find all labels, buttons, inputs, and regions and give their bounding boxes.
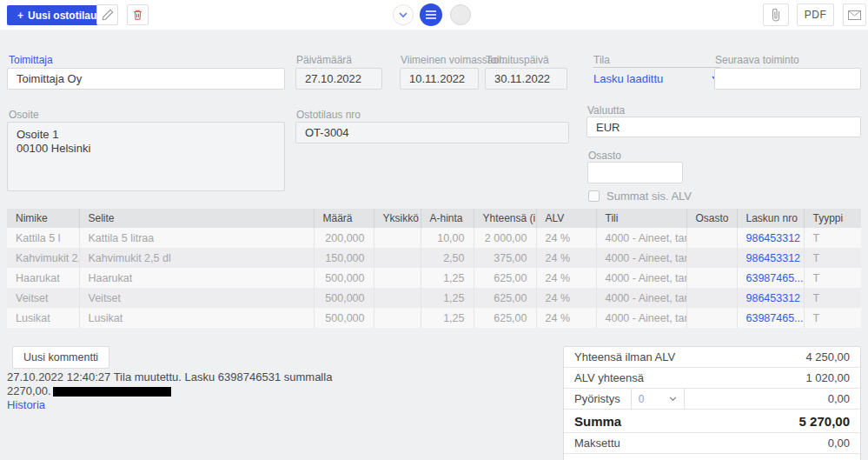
cell-maara: 200,000 — [314, 228, 374, 248]
status-select[interactable]: Lasku laadittu — [593, 67, 720, 90]
col-header-yksikko[interactable]: Yksikkö — [374, 209, 421, 228]
invoice-link[interactable]: 986453312 — [746, 232, 801, 244]
cell-yksikko — [374, 288, 421, 308]
cell-ahinta: 2,50 — [421, 248, 474, 268]
history-link[interactable]: Historia — [7, 398, 45, 411]
table-row[interactable]: Kattila 5 l Kattila 5 litraa 200,000 10,… — [7, 228, 861, 248]
sum-label: Summa — [574, 414, 621, 429]
delete-button[interactable] — [127, 4, 149, 25]
cell-alv: 24 % — [536, 268, 596, 288]
cell-tili: 4000 - Aineet, tarvil — [596, 228, 686, 248]
col-header-laskun-nro[interactable]: Laskun nro — [737, 209, 804, 228]
cell-alv: 24 % — [536, 308, 596, 328]
order-number-label: Ostotilaus nro — [296, 109, 361, 121]
delivery-date-field[interactable]: 30.11.2022 — [485, 68, 567, 90]
date-label: Päivämäärä — [296, 54, 352, 66]
status-label: Tila — [593, 54, 610, 66]
cell-selite: Haarukat — [79, 268, 314, 288]
trash-icon — [132, 9, 143, 21]
cell-laskun-nro: 986453312 — [737, 288, 804, 308]
new-comment-button[interactable]: Uusi kommentti — [12, 346, 109, 369]
cell-osasto — [686, 308, 737, 328]
collapse-header-button[interactable] — [393, 4, 414, 25]
chevron-down-icon — [399, 12, 407, 18]
rounding-select[interactable]: 0 — [631, 389, 685, 410]
order-form: Toimittaja Päivämäärä 27.10.2022 Viimein… — [0, 30, 868, 460]
edit-button[interactable] — [96, 4, 118, 25]
address-textarea[interactable]: Osoite 1 00100 Helsinki — [7, 122, 285, 191]
table-row[interactable]: Lusikat Lusikat 500,000 1,25 625,00 24 %… — [7, 308, 861, 328]
table-row[interactable]: Haarukat Haarukat 500,000 1,25 625,00 24… — [7, 268, 861, 288]
cell-yhteensa: 625,00 — [474, 308, 536, 328]
date-field[interactable]: 27.10.2022 — [295, 68, 382, 90]
invoice-link[interactable]: 986453312 — [746, 292, 801, 304]
order-number-field[interactable]: OT-3004 — [295, 122, 569, 143]
cell-yksikko — [374, 228, 421, 248]
cell-yhteensa: 2 000,00 — [474, 228, 536, 248]
chevron-down-icon — [669, 397, 677, 402]
totals-incl-vat-row[interactable]: Summat sis. ALV — [588, 190, 692, 203]
cell-laskun-nro: 986453312 — [737, 228, 804, 248]
col-header-tili[interactable]: Tili — [596, 209, 686, 228]
paid-row: Maksettu 0,00 — [564, 433, 860, 454]
table-header-row: Nimike Selite Määrä Yksikkö A-hinta Yhte… — [7, 209, 861, 228]
cell-selite: Kattila 5 litraa — [79, 228, 314, 248]
pdf-button-label: PDF — [805, 9, 827, 21]
send-email-button[interactable] — [843, 3, 866, 26]
cell-yksikko — [374, 308, 421, 328]
col-header-yhteensa[interactable]: Yhteensä (i... — [474, 209, 536, 228]
cell-yksikko — [374, 248, 421, 268]
totals-incl-vat-checkbox[interactable] — [588, 190, 600, 202]
col-header-selite[interactable]: Selite — [79, 209, 314, 228]
cell-alv: 24 % — [536, 288, 596, 308]
supplier-label[interactable]: Toimittaja — [9, 54, 53, 66]
invoice-link[interactable]: 63987465... — [746, 312, 804, 324]
total-excl-vat-value: 4 250,00 — [805, 350, 850, 363]
total-excl-vat-row: Yhteensä ilman ALV 4 250,00 — [564, 347, 860, 368]
invoice-link[interactable]: 986453312 — [746, 252, 801, 264]
status-indicator-circle[interactable] — [450, 4, 471, 25]
table-row[interactable]: Veitset Veitset 500,000 1,25 625,00 24 %… — [7, 288, 861, 308]
cell-tyyppi: T — [804, 308, 861, 328]
pdf-button[interactable]: PDF — [797, 3, 834, 26]
purchase-order-page: + Uusi ostotilaus — [0, 0, 868, 460]
department-input[interactable] — [587, 162, 683, 183]
cell-osasto — [686, 228, 737, 248]
totals-panel: Yhteensä ilman ALV 4 250,00 ALV yhteensä… — [563, 346, 861, 460]
next-action-input[interactable] — [714, 68, 861, 90]
cell-nimike: Kahvimukit 2,5 — [7, 248, 79, 268]
cell-nimike: Lusikat — [7, 308, 79, 328]
vat-total-label: ALV yhteensä — [574, 371, 644, 384]
col-header-alv[interactable]: ALV — [536, 209, 596, 228]
total-excl-vat-label: Yhteensä ilman ALV — [574, 350, 675, 363]
menu-icon — [426, 10, 436, 19]
cell-yhteensa: 625,00 — [474, 268, 536, 288]
cell-nimike: Veitset — [7, 288, 79, 308]
table-row[interactable]: Kahvimukit 2,5 Kahvimukit 2,5 dl 150,000… — [7, 248, 861, 268]
supplier-input[interactable] — [7, 68, 285, 90]
cell-nimike: Haarukat — [7, 268, 79, 288]
col-header-ahinta[interactable]: A-hinta — [421, 209, 474, 228]
cell-ahinta: 1,25 — [421, 268, 474, 288]
cell-maara: 500,000 — [314, 308, 374, 328]
status-value: Lasku laadittu — [593, 72, 663, 85]
cell-selite: Lusikat — [79, 308, 314, 328]
next-action-label: Seuraava toiminto — [715, 54, 799, 66]
cell-ahinta: 1,25 — [421, 308, 474, 328]
cell-ahinta: 1,25 — [421, 288, 474, 308]
col-header-osasto[interactable]: Osasto — [686, 209, 737, 228]
currency-input[interactable] — [586, 117, 861, 137]
sum-value: 5 270,00 — [799, 414, 850, 429]
invoice-link[interactable]: 63987465... — [746, 272, 804, 284]
col-header-nimike[interactable]: Nimike — [7, 209, 79, 228]
cell-maara: 500,000 — [314, 268, 374, 288]
col-header-maara[interactable]: Määrä — [314, 209, 374, 228]
attachments-button[interactable] — [763, 3, 789, 26]
toolbar: + Uusi ostotilaus — [0, 0, 868, 30]
valid-until-field[interactable]: 10.11.2022 — [400, 68, 479, 90]
currency-label: Valuutta — [587, 104, 625, 117]
cell-yksikko — [374, 268, 421, 288]
cell-yhteensa: 625,00 — [474, 288, 536, 308]
col-header-tyyppi[interactable]: Tyyppi — [804, 209, 861, 228]
menu-toggle-button[interactable] — [420, 3, 442, 26]
